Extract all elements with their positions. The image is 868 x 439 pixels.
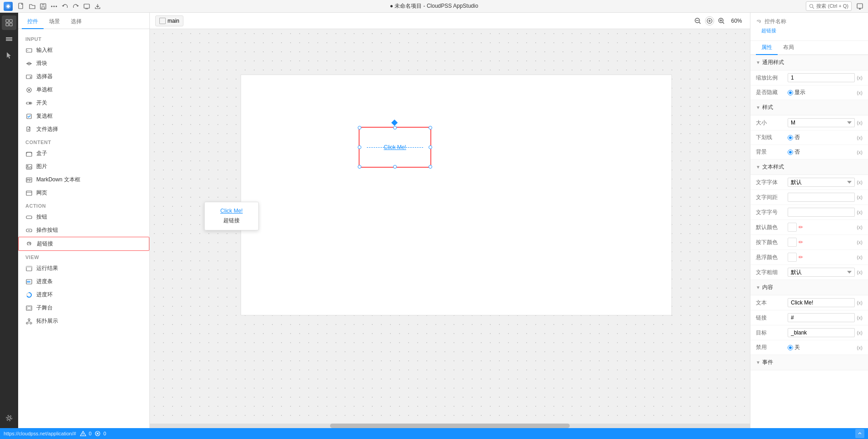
hover-color-swatch[interactable]: [788, 253, 797, 262]
hidden-radio-show[interactable]: 显示: [788, 89, 805, 96]
default-color-edit-icon[interactable]: ✏: [799, 224, 803, 230]
sidebar-item-sub-stage[interactable]: 子舞台: [18, 301, 149, 314]
sidebar-icon-settings[interactable]: [2, 411, 16, 425]
handle-top-left[interactable]: [358, 126, 361, 130]
handle-bottom-right[interactable]: [429, 165, 432, 169]
radio-dot-show: [788, 90, 793, 95]
new-file-icon[interactable]: [17, 2, 25, 10]
section-style[interactable]: ▼ 样式: [750, 100, 868, 115]
handle-bottom-left[interactable]: [358, 165, 361, 169]
sidebar-item-action-button[interactable]: 操作按钮: [18, 224, 149, 237]
sidebar-item-run-result[interactable]: 运行结果: [18, 262, 149, 275]
preview-link-text[interactable]: Click Me!: [220, 208, 242, 214]
redo-icon[interactable]: [72, 2, 80, 10]
preview-icon[interactable]: [83, 2, 91, 10]
fullscreen-icon[interactable]: [855, 2, 864, 11]
text-input[interactable]: [788, 298, 855, 307]
sidebar-icon-components[interactable]: [2, 15, 16, 30]
more-icon[interactable]: [50, 2, 58, 10]
scrollbar-thumb[interactable]: [330, 424, 570, 428]
section-text-style[interactable]: ▼ 文本样式: [750, 160, 868, 175]
svg-rect-44: [26, 216, 32, 219]
letter-spacing-input[interactable]: [788, 193, 855, 202]
component-name-input[interactable]: [764, 18, 863, 25]
sidebar-item-file-select[interactable]: 文件选择: [18, 123, 149, 136]
hover-color-edit-icon[interactable]: ✏: [799, 254, 803, 260]
sidebar-item-image[interactable]: 图片: [18, 160, 149, 173]
letter-spacing-label: 文字间距: [756, 194, 788, 201]
hyperlink-icon: [26, 240, 33, 248]
tab-scenes[interactable]: 场景: [44, 15, 65, 29]
radio-dot-bg: [788, 150, 793, 155]
slider-label: 滑块: [36, 60, 47, 67]
tab-select[interactable]: 选择: [65, 15, 87, 29]
sidebar-item-input-box[interactable]: 输入框: [18, 44, 149, 57]
section-common-style[interactable]: ▼ 通用样式: [750, 55, 868, 70]
press-color-edit-icon[interactable]: ✏: [799, 239, 803, 245]
undo-icon[interactable]: [61, 2, 69, 10]
sidebar-item-button[interactable]: 按钮: [18, 210, 149, 224]
action-button-label: 操作按钮: [36, 226, 58, 234]
sidebar-item-markdown[interactable]: MarkDown 文本框: [18, 173, 149, 186]
sidebar-item-checkbox[interactable]: 复选框: [18, 110, 149, 123]
link-input[interactable]: [788, 313, 855, 322]
svg-point-73: [83, 435, 83, 435]
zoom-out-button[interactable]: [693, 16, 702, 25]
status-expand-button[interactable]: [855, 429, 864, 438]
handle-top-right[interactable]: [429, 126, 432, 130]
save-icon[interactable]: [39, 2, 47, 10]
handle-middle-left[interactable]: [358, 145, 361, 149]
export-icon[interactable]: [94, 2, 102, 10]
canvas-hyperlink-element[interactable]: Click Me!: [359, 127, 431, 168]
handle-top-middle[interactable]: [393, 126, 397, 130]
folder-icon[interactable]: [28, 2, 36, 10]
tab-properties[interactable]: 属性: [756, 41, 778, 55]
sidebar-item-progress-bar[interactable]: 进度条: [18, 275, 149, 288]
letter-gap-input[interactable]: [788, 208, 855, 217]
sidebar-item-progress-ring[interactable]: 进度环: [18, 288, 149, 301]
sidebar-item-box[interactable]: 盒子: [18, 147, 149, 160]
handle-bottom-middle[interactable]: [393, 165, 397, 169]
canvas-tab-label: main: [168, 18, 179, 24]
press-color-swatch[interactable]: [788, 238, 797, 247]
section-content[interactable]: ▼ 内容: [750, 280, 868, 295]
svg-rect-20: [6, 37, 12, 38]
canvas-scrollbar-horizontal[interactable]: [150, 424, 750, 428]
scale-input[interactable]: [788, 73, 855, 82]
svg-rect-25: [26, 49, 32, 52]
prop-letter-spacing: 文字间距 (x): [750, 190, 868, 205]
disabled-radio[interactable]: 关: [788, 344, 800, 351]
sidebar-icon-layers[interactable]: [2, 32, 16, 46]
sidebar-item-slider[interactable]: 滑块: [18, 57, 149, 70]
background-radio-no[interactable]: 否: [788, 148, 800, 156]
status-bar: https://cloudpss.net/application/# 0 0: [0, 428, 868, 439]
sidebar-item-topology[interactable]: 拓扑展示: [18, 314, 149, 328]
underline-radio-no[interactable]: 否: [788, 134, 800, 141]
sidebar-icon-cursor[interactable]: [2, 48, 16, 63]
sidebar-item-webpage[interactable]: 网页: [18, 186, 149, 200]
font-family-select[interactable]: 默认: [788, 178, 855, 187]
sidebar-item-switch[interactable]: 开关: [18, 96, 149, 110]
toolbar-icons: [17, 2, 102, 10]
default-color-swatch[interactable]: [788, 223, 797, 232]
sidebar-item-hyperlink-action[interactable]: 超链接: [18, 237, 149, 251]
zoom-in-button[interactable]: [717, 16, 726, 25]
svg-rect-17: [10, 20, 12, 22]
zoom-fit-button[interactable]: [705, 16, 714, 25]
action-button-icon: [25, 227, 33, 234]
target-input[interactable]: [788, 328, 855, 337]
sidebar-item-selector[interactable]: 选择器: [18, 70, 149, 83]
canvas-tab-main[interactable]: main: [155, 15, 183, 26]
image-icon: [25, 163, 33, 170]
app-header: ● 未命名项目 - CloudPSS AppStudio 搜索 (Ctrl + …: [0, 0, 868, 13]
canvas-content[interactable]: Click Me! Click Me! 超链接: [150, 29, 750, 428]
sidebar-item-radio[interactable]: 单选框: [18, 83, 149, 96]
size-select[interactable]: MSLXL: [788, 118, 855, 127]
tab-layout[interactable]: 布局: [778, 41, 799, 55]
search-box[interactable]: 搜索 (Ctrl + Q): [806, 1, 852, 11]
handle-middle-right[interactable]: [429, 145, 432, 149]
tab-controls[interactable]: 控件: [22, 15, 44, 29]
default-color-suffix: (x): [857, 224, 863, 230]
section-events[interactable]: ▼ 事件: [750, 355, 868, 370]
font-weight-select[interactable]: 默认: [788, 268, 855, 277]
